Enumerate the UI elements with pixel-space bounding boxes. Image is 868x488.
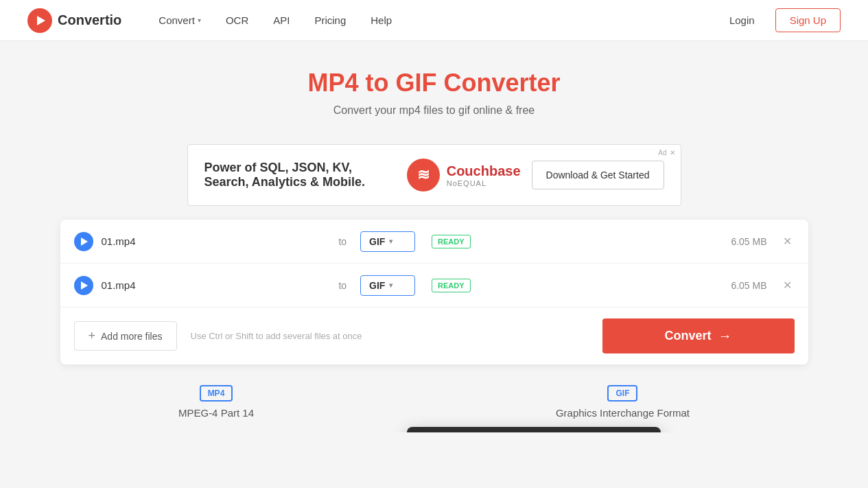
nav-help[interactable]: Help — [361, 9, 401, 32]
source-format-info: MP4 MPEG-4 Part 14 — [178, 385, 254, 419]
format-info-bar: MP4 MPEG-4 Part 14 GIF Graphics Intercha… — [0, 371, 868, 432]
play-button[interactable] — [74, 276, 93, 295]
chevron-down-icon: ▾ — [389, 237, 392, 245]
navbar: Convertio Convert ▾ OCR API Pricing Help… — [0, 0, 868, 41]
play-icon — [81, 237, 88, 246]
brand-name: Couchbase — [447, 163, 521, 179]
format-dropdown: 🔍 Image Audio Video GIFMP3WAVOGGWMAM4AAA… — [407, 427, 661, 432]
ad-label: Ad ✕ — [658, 149, 675, 156]
ad-text-line1: Power of SQL, JSON, KV, — [204, 161, 396, 175]
page-title: MP4 to GIF Converter — [14, 69, 854, 97]
signup-button[interactable]: Sign Up — [775, 8, 841, 32]
couchbase-icon: ≋ — [407, 159, 440, 191]
status-badge: READY — [432, 279, 471, 292]
play-button[interactable] — [74, 232, 93, 251]
format-selector[interactable]: GIF ▾ — [360, 275, 415, 296]
dropdown-search-bar: 🔍 — [407, 427, 661, 432]
file-size: 6.05 MB — [719, 236, 767, 247]
nav-menu: Convert ▾ OCR API Pricing Help — [149, 9, 720, 32]
target-format-badge: GIF — [607, 385, 637, 402]
ad-text-line2: Search, Analytics & Mobile. — [204, 175, 396, 189]
add-files-button[interactable]: + Add more files — [74, 321, 177, 351]
arrow-right-icon: → — [718, 328, 732, 344]
to-label: to — [338, 280, 347, 291]
nav-pricing[interactable]: Pricing — [305, 9, 355, 32]
logo[interactable]: Convertio — [27, 8, 121, 33]
file-row: 01.mp4 to GIF ▾ READY 6.05 MB ✕ — [60, 220, 808, 264]
converter-panel: 01.mp4 to GIF ▾ READY 6.05 MB ✕ 01.mp4 t… — [60, 220, 808, 364]
format-selector[interactable]: GIF ▾ — [360, 231, 415, 252]
source-format-badge: MP4 — [200, 385, 233, 402]
hero-section: MP4 to GIF Converter Convert your mp4 fi… — [0, 41, 868, 130]
remove-file-button[interactable]: ✕ — [781, 235, 795, 248]
ad-text: Power of SQL, JSON, KV, Search, Analytic… — [204, 161, 396, 189]
target-format-info: GIF Graphics Interchange Format — [556, 385, 690, 419]
nav-api[interactable]: API — [263, 9, 299, 32]
play-icon — [81, 281, 88, 290]
nav-ocr[interactable]: OCR — [216, 9, 258, 32]
hero-subtitle: Convert your mp4 files to gif online & f… — [14, 104, 854, 117]
bottom-bar: + Add more files Use Ctrl or Shift to ad… — [60, 307, 808, 364]
chevron-down-icon: ▾ — [389, 281, 392, 289]
keyboard-hint: Use Ctrl or Shift to add several files a… — [191, 331, 589, 341]
nav-convert[interactable]: Convert ▾ — [149, 9, 211, 32]
file-row: 01.mp4 to GIF ▾ READY 6.05 MB ✕ — [60, 264, 808, 307]
convert-button[interactable]: Convert → — [602, 318, 795, 353]
ad-logo: ≋ Couchbase NoEQUAL — [407, 159, 521, 191]
logo-text: Convertio — [58, 12, 121, 28]
plus-icon: + — [89, 329, 96, 343]
navbar-actions: Login Sign Up — [720, 8, 841, 32]
ad-cta-button[interactable]: Download & Get Started — [532, 161, 664, 189]
brand-sub: NoEQUAL — [447, 179, 521, 187]
logo-icon — [27, 8, 52, 33]
file-name: 01.mp4 — [102, 279, 325, 291]
status-badge: READY — [432, 235, 471, 248]
file-size: 6.05 MB — [719, 280, 767, 291]
to-label: to — [338, 236, 347, 247]
login-button[interactable]: Login — [720, 9, 764, 32]
source-format-name: MPEG-4 Part 14 — [178, 407, 254, 419]
target-format-name: Graphics Interchange Format — [556, 407, 690, 419]
remove-file-button[interactable]: ✕ — [781, 279, 795, 292]
ad-banner: Ad ✕ Power of SQL, JSON, KV, Search, Ana… — [187, 144, 681, 206]
file-name: 01.mp4 — [102, 235, 325, 247]
chevron-down-icon: ▾ — [198, 16, 201, 24]
